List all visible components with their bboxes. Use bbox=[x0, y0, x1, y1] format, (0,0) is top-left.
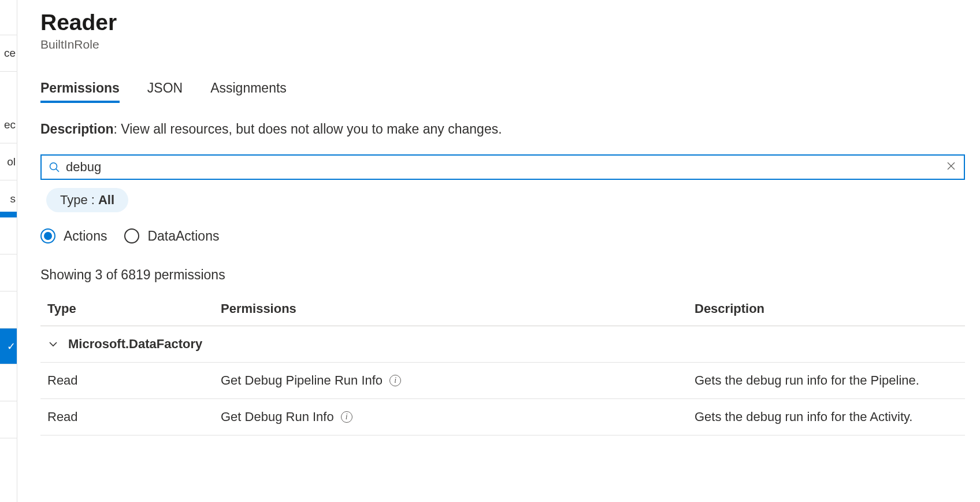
table-row[interactable]: Read Get Debug Run Info i Gets the debug… bbox=[40, 399, 965, 435]
radio-label: DataActions bbox=[147, 228, 219, 244]
check-icon: ✓ bbox=[7, 340, 16, 353]
left-rail-label: s bbox=[10, 193, 16, 205]
permissions-table: Type Permissions Description Microsoft.D… bbox=[40, 293, 965, 435]
page-title: Reader bbox=[40, 10, 980, 35]
left-rail-item[interactable]: ec bbox=[0, 106, 17, 143]
radio-label: Actions bbox=[64, 228, 107, 244]
left-rail-item[interactable] bbox=[0, 401, 17, 438]
column-header-permissions[interactable]: Permissions bbox=[221, 301, 695, 316]
left-rail-item[interactable] bbox=[0, 217, 17, 254]
scope-radio-group: Actions DataActions bbox=[40, 228, 980, 244]
table-header: Type Permissions Description bbox=[40, 293, 965, 326]
svg-line-1 bbox=[56, 169, 59, 172]
left-rail-label: ce bbox=[4, 47, 16, 60]
search-input[interactable] bbox=[66, 160, 944, 175]
group-name: Microsoft.DataFactory bbox=[68, 337, 202, 352]
description-text: : View all resources, but does not allow… bbox=[114, 121, 502, 136]
clear-icon[interactable] bbox=[944, 160, 958, 174]
filter-label: Type : bbox=[60, 193, 95, 208]
table-row[interactable]: Read Get Debug Pipeline Run Info i Gets … bbox=[40, 363, 965, 399]
left-rail-item[interactable] bbox=[0, 254, 17, 291]
cell-type: Read bbox=[47, 409, 221, 425]
left-rail-label: ec bbox=[4, 119, 16, 131]
info-icon[interactable]: i bbox=[389, 375, 401, 386]
chevron-down-icon bbox=[47, 338, 59, 350]
left-rail: ce ec ol s ✓ bbox=[0, 0, 17, 502]
cell-description: Gets the debug run info for the Activity… bbox=[695, 409, 958, 425]
left-rail-item[interactable]: ce bbox=[0, 35, 17, 72]
main-content: Reader BuiltInRole Permissions JSON Assi… bbox=[17, 0, 980, 502]
left-rail-item[interactable] bbox=[0, 364, 17, 401]
cell-permission: Get Debug Pipeline Run Info i bbox=[221, 373, 695, 388]
left-rail-item[interactable]: ol bbox=[0, 143, 17, 180]
tabs: Permissions JSON Assignments bbox=[40, 80, 980, 102]
description-label: Description bbox=[40, 121, 114, 136]
info-icon[interactable]: i bbox=[341, 411, 352, 423]
radio-data-actions[interactable]: DataActions bbox=[124, 228, 219, 244]
left-rail-item[interactable] bbox=[0, 291, 17, 328]
svg-point-0 bbox=[50, 163, 57, 169]
radio-button bbox=[124, 228, 139, 243]
left-rail-item-active[interactable]: ✓ bbox=[0, 328, 17, 364]
radio-actions[interactable]: Actions bbox=[40, 228, 107, 244]
role-description: Description: View all resources, but doe… bbox=[40, 121, 980, 137]
group-row[interactable]: Microsoft.DataFactory bbox=[40, 326, 965, 363]
tab-json[interactable]: JSON bbox=[147, 80, 183, 102]
search-box[interactable] bbox=[40, 154, 965, 180]
permission-name: Get Debug Pipeline Run Info bbox=[221, 373, 383, 388]
tab-assignments[interactable]: Assignments bbox=[210, 80, 287, 102]
cell-type: Read bbox=[47, 373, 221, 388]
column-header-type[interactable]: Type bbox=[47, 301, 221, 316]
result-count: Showing 3 of 6819 permissions bbox=[40, 267, 980, 283]
type-filter-pill[interactable]: Type : All bbox=[46, 188, 128, 212]
radio-button-selected bbox=[40, 228, 55, 243]
cell-description: Gets the debug run info for the Pipeline… bbox=[695, 373, 958, 388]
page-subtitle: BuiltInRole bbox=[40, 38, 980, 51]
filter-value: All bbox=[98, 193, 114, 208]
search-icon bbox=[49, 161, 60, 173]
left-rail-label: ol bbox=[7, 156, 16, 168]
column-header-description[interactable]: Description bbox=[695, 301, 958, 316]
cell-permission: Get Debug Run Info i bbox=[221, 409, 695, 425]
permission-name: Get Debug Run Info bbox=[221, 409, 334, 425]
tab-permissions[interactable]: Permissions bbox=[40, 80, 120, 102]
left-rail-item[interactable]: s bbox=[0, 180, 17, 217]
